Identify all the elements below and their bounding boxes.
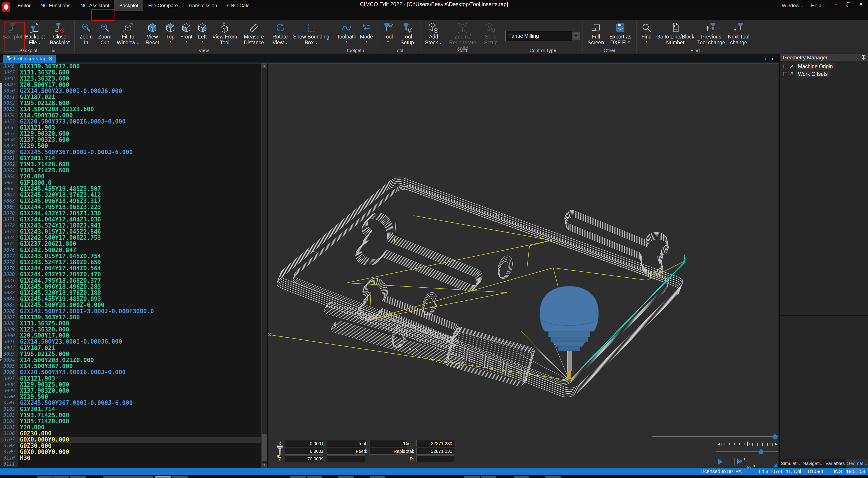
ribbon-button-export-as-dxf-file[interactable]: DXF Export as DXF File	[607, 21, 634, 45]
ribbon-button-backplot[interactable]: Backplot	[2, 21, 22, 40]
code-line[interactable]: 3076 G1X242.500Z0.847	[0, 247, 261, 253]
ribbon-button-backplot-file[interactable]: Backplot File ▼	[23, 21, 47, 46]
mdi-close-button[interactable]: ✕	[845, 3, 848, 8]
code-line[interactable]: 3097 G1X121.903	[0, 376, 261, 382]
pin-icon[interactable]	[861, 55, 866, 60]
app-icon[interactable]: ✱	[2, 2, 10, 12]
panel-tab-navigati[interactable]: Navigati...	[802, 459, 824, 468]
ribbon-button-mode[interactable]: Mode▼	[358, 21, 375, 43]
ribbon-button-go-to-line-block-number[interactable]: Go to Line/Block Number	[654, 21, 696, 45]
ribbon-button-close-backplot[interactable]: Close Backplot	[48, 21, 72, 45]
tab-scroll-left-button[interactable]: ‹	[762, 55, 768, 62]
panel-tab-geomet[interactable]: Geomet...	[846, 459, 868, 468]
code-line[interactable]: 3095 X14.500Y367.000	[0, 363, 261, 369]
scroll-up-icon[interactable]: ▲	[261, 64, 267, 68]
menu-help[interactable]: Help▼	[811, 3, 825, 8]
code-line[interactable]: 3058 X137.903Z3.600	[0, 137, 261, 143]
code-line[interactable]: 3064 Y20.000	[0, 173, 261, 180]
code-line[interactable]: 3091 G2X14.500Y23.000I-0.000J6.000	[0, 339, 261, 345]
code-line[interactable]: 3110 M30	[0, 455, 261, 461]
code-line[interactable]: 3055 G2X20.500Y373.000I6.000J-0.000	[0, 118, 261, 125]
code-line[interactable]: 3081 G1X244.795Y18.068Z0.377	[0, 278, 261, 284]
code-line[interactable]: 3099 X137.903Z0.000	[0, 388, 261, 394]
control-type-select[interactable]: Fanuc Milling ▼	[505, 31, 580, 41]
code-line[interactable]: 3057 X129.903Z8.600	[0, 131, 261, 137]
ribbon-button-tool-setup[interactable]: Tool Setup	[397, 21, 418, 45]
ribbon-button-toolpath[interactable]: Toolpath▼	[336, 21, 358, 43]
gcode-editor[interactable]: 3046 G1X139.363Y17.0003047 X131.363Z8.60…	[0, 64, 261, 468]
code-line[interactable]: 3050 G2X14.500Y23.000I-0.000J6.000	[0, 88, 261, 94]
code-line[interactable]: 3056 G1X121.903	[0, 125, 261, 131]
speed-slider-track[interactable]	[716, 451, 778, 452]
simulation-progress-track[interactable]	[652, 436, 778, 437]
menu-tab-cnc-calc[interactable]: CNC-Calc	[222, 0, 254, 11]
menu-window[interactable]: Window▼	[782, 3, 803, 8]
code-line[interactable]: 3077 G1X243.015Y17.045Z0.754	[0, 253, 261, 259]
tree-item-machine-origin[interactable]: + Machine Origin	[780, 63, 868, 70]
ribbon-button-show-bounding-box[interactable]: Show Bounding Box ▼	[292, 21, 330, 46]
code-line[interactable]: 3046 G1X139.363Y17.000	[0, 64, 261, 70]
splitter-expand-icon[interactable]	[0, 358, 2, 362]
code-line[interactable]: 3051 G1Y187.021	[0, 94, 261, 100]
menu-tab-transmission[interactable]: Transmission	[183, 0, 222, 11]
ribbon-button-rotate-view[interactable]: Rotate View ▼	[269, 21, 291, 46]
panel-tab-simulati[interactable]: Simulati...	[780, 459, 802, 468]
menu-tab-backplot[interactable]: Backplot	[114, 0, 143, 11]
code-line[interactable]: 3108 G0Z30.000	[0, 443, 261, 449]
code-line[interactable]: 3103 Y193.714Z5.000	[0, 412, 261, 418]
code-line[interactable]: 3067 G1X245.320Y18.976Z3.412	[0, 192, 261, 198]
code-line[interactable]: 3066 G1X245.455Y19.485Z3.507	[0, 186, 261, 192]
code-line[interactable]: 3111	[0, 461, 261, 467]
ribbon-button-find[interactable]: Find▼	[639, 21, 654, 43]
tree-item-work-offsets[interactable]: + Work Offsets	[780, 71, 868, 77]
menu-tab-nc-assistant[interactable]: NC-Assistant	[75, 0, 114, 11]
code-line[interactable]: 3047 X131.363Z8.600	[0, 70, 261, 76]
code-line[interactable]: 3104 Y185.714Z0.000	[0, 418, 261, 424]
code-line[interactable]: 3075 G1X237.206Z1.800	[0, 241, 261, 247]
ribbon-button-previous-tool-change[interactable]: Previous Tool change	[697, 21, 725, 45]
code-line[interactable]: 3087 G1X139.363Y17.000	[0, 314, 261, 320]
ribbon-button-next-tool-change[interactable]: Next Tool change	[726, 21, 751, 45]
code-line[interactable]: 3080 G1X244.432Y17.705Z0.470	[0, 271, 261, 277]
code-line[interactable]: 3102 G1Y201.714	[0, 406, 261, 412]
play-button[interactable]	[718, 459, 723, 465]
tab-scroll-right-button[interactable]: ›	[769, 55, 776, 62]
ribbon-button-solid-setup[interactable]: Solid Setup	[481, 21, 500, 45]
ribbon-button-zoom-regenerate-solid[interactable]: Zoom / Regenerate solid	[444, 21, 480, 51]
code-line[interactable]: 3062 Y193.714Z8.600	[0, 161, 261, 167]
code-line[interactable]: 3073 G1X243.015Y17.045Z2.846	[0, 229, 261, 235]
menu-tab-file-compare[interactable]: File Compare	[143, 0, 183, 11]
code-line[interactable]: 3090 X20.500Y17.000	[0, 333, 261, 339]
panel-tab-variables[interactable]: Variables	[824, 459, 846, 468]
editor-scrollbar[interactable]	[261, 64, 268, 468]
code-line[interactable]: 3071 G1X244.004Y17.404Z3.036	[0, 216, 261, 223]
ribbon-button-add-stock[interactable]: Add Stock ▼	[423, 21, 444, 46]
code-line[interactable]: 3083 G1X245.320Y18.976Z0.188	[0, 290, 261, 296]
code-line[interactable]: 3068 G1X245.096Y18.496Z3.317	[0, 198, 261, 204]
code-line[interactable]: 3078 G1X243.524Y17.180Z0.659	[0, 259, 261, 265]
code-line[interactable]: 3072 G1X243.524Y17.180Z2.941	[0, 223, 261, 229]
ribbon-button-left[interactable]: Left▼	[195, 21, 210, 43]
code-line[interactable]: 3074 G1X242.500Y17.000Z2.753	[0, 235, 261, 241]
menu-tab-nc-functions[interactable]: NC Functions	[35, 0, 75, 11]
ribbon-button-measure-distance[interactable]: Measure Distance	[240, 21, 268, 45]
ribbon-button-front[interactable]: Front▼	[178, 21, 195, 43]
code-line[interactable]: 3070 G1X244.432Y17.705Z3.130	[0, 210, 261, 216]
code-line[interactable]: 3084 G1X245.455Y19.485Z0.093	[0, 296, 261, 302]
ribbon-button-zoom-out[interactable]: Zoom Out	[96, 21, 114, 45]
code-line[interactable]: 3086 G2X242.500Y17.000I-3.000J-0.000F300…	[0, 308, 261, 314]
code-line[interactable]: 3106 G0Z30.000	[0, 431, 261, 437]
code-line[interactable]: 3100 X239.500	[0, 394, 261, 400]
ribbon-button-fit-to-window[interactable]: Fit To Window ▼	[115, 21, 142, 46]
code-line[interactable]: 3096 G2X20.500Y373.000I6.000J-0.000	[0, 369, 261, 375]
speed-increase-icon[interactable]: ▶	[775, 442, 778, 446]
code-line[interactable]: 3065 G1F1800.0	[0, 180, 261, 186]
code-line[interactable]: 3079 G1X244.004Y17.404Z0.564	[0, 265, 261, 271]
code-line[interactable]: 3061 G1Y201.714	[0, 155, 261, 161]
speed-decrease-icon[interactable]: ◀	[717, 442, 720, 446]
code-line[interactable]: 3049 X20.500Y17.000	[0, 82, 261, 88]
collapsed-panel-splitter[interactable]	[0, 83, 2, 358]
viewport-panel-splitter[interactable]	[779, 54, 780, 468]
code-line[interactable]: 3082 G1X245.096Y18.496Z0.283	[0, 284, 261, 290]
ribbon-button-full-screen[interactable]: Full Screen	[585, 21, 607, 45]
